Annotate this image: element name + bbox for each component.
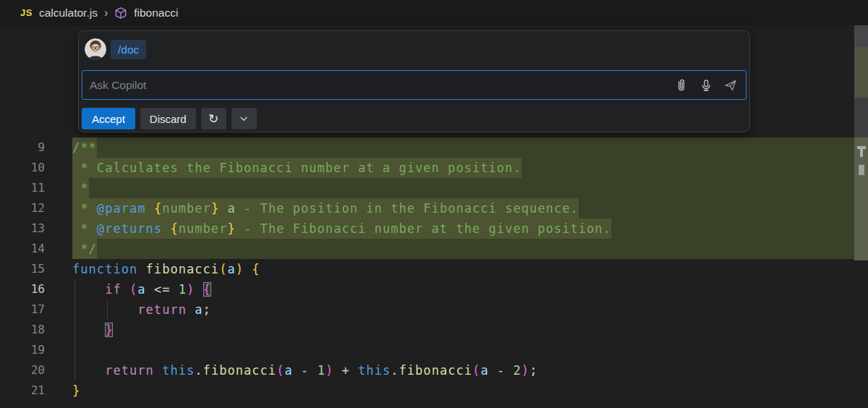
code-line-9[interactable]: 9/** xyxy=(0,137,854,158)
code-line-10[interactable]: 10 * Calculates the Fibonacci number at … xyxy=(0,158,854,178)
retry-icon[interactable]: ↻ xyxy=(201,108,226,129)
chat-input-container xyxy=(82,70,746,100)
breadcrumb-symbol-name[interactable]: fibonacci xyxy=(134,7,178,20)
copilot-chat-input[interactable] xyxy=(82,79,672,92)
line-number: 16 xyxy=(0,279,45,299)
chevron-down-icon[interactable] xyxy=(231,108,257,129)
line-number: 9 xyxy=(0,137,45,158)
attach-icon[interactable] xyxy=(672,76,691,95)
overview-ruler-marker xyxy=(860,149,863,157)
code-line-20[interactable]: 20 return this.fibonacci(a - 1) + this.f… xyxy=(0,360,854,381)
slash-command-chip[interactable]: /doc xyxy=(111,40,146,59)
line-number: 14 xyxy=(0,239,45,259)
user-avatar xyxy=(85,38,106,60)
code-line-19[interactable]: 19 xyxy=(0,340,854,360)
accept-button[interactable]: Accept xyxy=(82,108,135,129)
line-number: 20 xyxy=(0,360,45,381)
chat-action-row: Accept Discard ↻ xyxy=(82,108,257,129)
code-line-15[interactable]: 15function fibonacci(a) { xyxy=(0,259,854,279)
breadcrumb-separator-icon: › xyxy=(104,7,108,20)
javascript-file-icon: JS xyxy=(20,7,33,18)
line-number: 18 xyxy=(0,320,45,340)
code-line-14[interactable]: 14 */ xyxy=(0,239,854,259)
line-number: 10 xyxy=(0,158,45,178)
line-number: 15 xyxy=(0,259,45,279)
line-number: 19 xyxy=(0,340,45,360)
scrollbar-thumb[interactable] xyxy=(854,98,868,137)
line-number: 12 xyxy=(0,198,45,218)
line-number: 21 xyxy=(0,381,45,401)
line-number: 17 xyxy=(0,299,45,320)
breadcrumb: JS calculator.js › fibonacci xyxy=(0,0,868,25)
code-line-12[interactable]: 12 * @param {number} a - The position in… xyxy=(0,198,854,218)
code-line-21[interactable]: 21} xyxy=(0,381,854,401)
code-line-11[interactable]: 11 * xyxy=(0,178,854,198)
overview-ruler-marker xyxy=(859,165,864,175)
copilot-inline-chat: /doc xyxy=(78,30,750,132)
discard-button[interactable]: Discard xyxy=(140,108,196,129)
code-line-18[interactable]: 18 } xyxy=(0,320,854,340)
code-editor[interactable]: 9/**10 * Calculates the Fibonacci number… xyxy=(0,137,854,401)
code-line-16[interactable]: 16 if (a <= 1) { xyxy=(0,279,854,299)
symbol-cube-icon xyxy=(114,7,127,20)
line-number: 13 xyxy=(0,218,45,239)
microphone-icon[interactable] xyxy=(697,76,715,95)
overview-added-marker xyxy=(854,47,868,98)
scrollbar[interactable] xyxy=(854,25,868,408)
send-icon[interactable] xyxy=(721,76,740,95)
scrollbar-thumb[interactable] xyxy=(854,25,868,47)
code-line-17[interactable]: 17 return a; xyxy=(0,299,854,320)
line-number: 11 xyxy=(0,178,45,198)
breadcrumb-file-name[interactable]: calculator.js xyxy=(39,7,98,20)
code-line-13[interactable]: 13 * @returns {number} - The Fibonacci n… xyxy=(0,218,854,239)
